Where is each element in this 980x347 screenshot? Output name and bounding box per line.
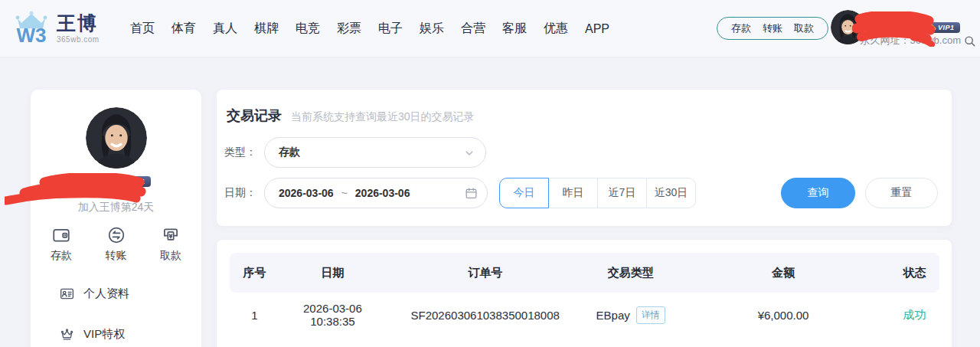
svg-text:W3: W3 [17, 24, 47, 47]
wallet-icon [51, 225, 71, 245]
page-title: 交易记录 [227, 106, 282, 125]
chevron-down-icon [462, 146, 476, 160]
nav-item-live[interactable]: 真人 [213, 21, 237, 37]
transaction-filter-panel: 交易记录 当前系统支持查询最近30日的交易记录 类型： 存款 日期： 2026-… [217, 90, 952, 226]
transfer-link[interactable]: 转账 [763, 21, 782, 35]
sidebar-deposit-button[interactable]: 存款 [51, 225, 72, 263]
nav-item-home[interactable]: 首页 [130, 21, 155, 37]
date-start: 2026-03-06 [279, 187, 334, 199]
type-filter-label: 类型： [224, 146, 264, 159]
cell-amount: ¥6,000.00 [677, 309, 890, 322]
transaction-table-panel: 序号 日期 订单号 交易类型 金额 状态 1 2026-03-06 10:38:… [217, 240, 952, 347]
date-end: 2026-03-06 [355, 187, 410, 199]
cell-index: 1 [230, 309, 279, 322]
calendar-icon [464, 186, 479, 201]
site-logo[interactable]: W3 王博 365wb.com [11, 8, 100, 47]
main-nav: 首页 体育 真人 棋牌 电竞 彩票 电子 娱乐 合营 客服 优惠 APP [130, 0, 609, 57]
reset-button[interactable]: 重置 [865, 178, 938, 208]
nav-item-app[interactable]: APP [585, 22, 609, 36]
page-subtitle: 当前系统支持查询最近30日的交易记录 [291, 110, 475, 124]
nav-item-slots[interactable]: 电子 [378, 21, 403, 37]
search-button[interactable]: 查询 [781, 178, 855, 208]
table-header-row: 序号 日期 订单号 交易类型 金额 状态 [230, 253, 939, 293]
nav-item-sports[interactable]: 体育 [172, 21, 196, 37]
sidebar-transfer-button[interactable]: 转账 [106, 225, 127, 263]
date-separator: ~ [341, 187, 348, 199]
sidebar-withdraw-button[interactable]: 取款 [160, 225, 181, 263]
brand-name: 王博 [57, 12, 100, 34]
wallet-actions-pill: 存款 转账 取款 [717, 17, 828, 40]
range-today-button[interactable]: 今日 [499, 178, 549, 208]
sidebar-item-profile[interactable]: 个人资料 [31, 286, 201, 302]
id-card-icon [59, 286, 75, 302]
quick-actions: 存款 转账 取款 [31, 225, 201, 263]
nav-item-service[interactable]: 客服 [502, 21, 527, 37]
nav-item-esports[interactable]: 电竞 [296, 21, 320, 37]
type-select[interactable]: 存款 [264, 137, 486, 168]
redaction-scribble [852, 11, 935, 47]
redaction-scribble [5, 173, 152, 208]
date-range-input[interactable]: 2026-03-06 ~ 2026-03-06 [264, 178, 488, 208]
range-7days-button[interactable]: 近7日 [597, 178, 647, 208]
table-row: 1 2026-03-06 10:38:35 SF2026030610383500… [230, 293, 939, 337]
cell-type: EBpay 详情 [584, 306, 677, 324]
transfer-icon [106, 225, 126, 245]
date-filter-label: 日期： [224, 186, 264, 200]
quick-range-group: 今日 昨日 近7日 近30日 [499, 178, 696, 208]
nav-item-entertainment[interactable]: 娱乐 [420, 21, 444, 37]
search-icon[interactable] [963, 34, 976, 47]
crown-icon [59, 326, 75, 342]
range-yesterday-button[interactable]: 昨日 [548, 178, 598, 208]
cell-date: 2026-03-06 10:38:35 [279, 302, 386, 328]
nav-item-lottery[interactable]: 彩票 [337, 21, 361, 37]
profile-avatar[interactable] [86, 107, 147, 169]
deposit-link[interactable]: 存款 [731, 21, 751, 35]
detail-link[interactable]: 详情 [636, 306, 665, 324]
range-30days-button[interactable]: 近30日 [646, 178, 696, 208]
top-header: W3 王博 365wb.com 首页 体育 真人 棋牌 电竞 彩票 电子 娱乐 … [0, 0, 980, 57]
brand-domain: 365wb.com [57, 35, 100, 44]
nav-item-cards[interactable]: 棋牌 [254, 21, 279, 37]
brand-crown-icon: W3 [11, 8, 52, 47]
status-badge: 成功 [890, 308, 939, 322]
nav-item-promo[interactable]: 优惠 [544, 21, 568, 37]
withdraw-icon [161, 225, 181, 245]
cell-order-no: SF202603061038350018008 [386, 309, 585, 322]
nav-item-affiliate[interactable]: 合营 [461, 21, 485, 37]
sidebar-item-vip[interactable]: VIP特权 [31, 326, 201, 342]
profile-sidebar: VIP1 加入王博第24天 存款 转账 [31, 90, 201, 347]
withdraw-link[interactable]: 取款 [794, 21, 814, 35]
